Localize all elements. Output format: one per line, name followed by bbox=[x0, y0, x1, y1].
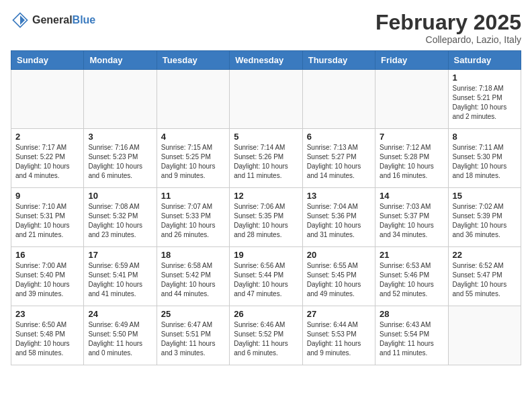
day-info: Sunrise: 7:14 AMSunset: 5:26 PMDaylight:… bbox=[234, 143, 298, 181]
day-number: 3 bbox=[88, 132, 152, 142]
calendar-cell: 11Sunrise: 7:07 AMSunset: 5:33 PMDayligh… bbox=[157, 188, 229, 247]
day-number: 17 bbox=[88, 250, 152, 260]
day-number: 14 bbox=[380, 191, 443, 201]
day-info: Sunrise: 7:07 AMSunset: 5:33 PMDaylight:… bbox=[161, 202, 225, 240]
day-info: Sunrise: 6:44 AMSunset: 5:53 PMDaylight:… bbox=[307, 320, 371, 358]
calendar-cell: 16Sunrise: 7:00 AMSunset: 5:40 PMDayligh… bbox=[11, 247, 84, 306]
title-block: February 2025 Collepardo, Lazio, Italy bbox=[375, 11, 521, 45]
day-info: Sunrise: 7:15 AMSunset: 5:25 PMDaylight:… bbox=[161, 143, 225, 181]
day-info: Sunrise: 6:56 AMSunset: 5:44 PMDaylight:… bbox=[234, 261, 298, 299]
day-info: Sunrise: 7:17 AMSunset: 5:22 PMDaylight:… bbox=[15, 143, 79, 181]
calendar-cell: 22Sunrise: 6:52 AMSunset: 5:47 PMDayligh… bbox=[448, 247, 521, 306]
day-number: 20 bbox=[307, 250, 371, 260]
weekday-header: Saturday bbox=[448, 51, 521, 70]
calendar-cell bbox=[84, 70, 157, 129]
day-number: 26 bbox=[234, 309, 298, 319]
calendar-cell: 17Sunrise: 6:59 AMSunset: 5:41 PMDayligh… bbox=[84, 247, 157, 306]
calendar-cell bbox=[157, 70, 229, 129]
day-number: 27 bbox=[307, 309, 371, 319]
day-info: Sunrise: 6:43 AMSunset: 5:54 PMDaylight:… bbox=[380, 320, 443, 358]
calendar-cell: 2Sunrise: 7:17 AMSunset: 5:22 PMDaylight… bbox=[11, 129, 84, 188]
calendar-cell: 10Sunrise: 7:08 AMSunset: 5:32 PMDayligh… bbox=[84, 188, 157, 247]
day-info: Sunrise: 7:10 AMSunset: 5:31 PMDaylight:… bbox=[15, 202, 79, 240]
page-header: GeneralBlue February 2025 Collepardo, La… bbox=[11, 11, 521, 45]
weekday-header-row: SundayMondayTuesdayWednesdayThursdayFrid… bbox=[11, 51, 521, 70]
logo-text: GeneralBlue bbox=[32, 14, 95, 26]
day-info: Sunrise: 7:16 AMSunset: 5:23 PMDaylight:… bbox=[88, 143, 152, 181]
calendar-cell: 20Sunrise: 6:55 AMSunset: 5:45 PMDayligh… bbox=[302, 247, 375, 306]
day-number: 2 bbox=[15, 132, 79, 142]
calendar-cell: 15Sunrise: 7:02 AMSunset: 5:39 PMDayligh… bbox=[448, 188, 521, 247]
calendar-cell: 8Sunrise: 7:11 AMSunset: 5:30 PMDaylight… bbox=[448, 129, 521, 188]
day-number: 22 bbox=[453, 250, 517, 260]
day-info: Sunrise: 7:00 AMSunset: 5:40 PMDaylight:… bbox=[15, 261, 79, 299]
logo: GeneralBlue bbox=[11, 11, 95, 30]
weekday-header: Wednesday bbox=[230, 51, 302, 70]
calendar-cell: 25Sunrise: 6:47 AMSunset: 5:51 PMDayligh… bbox=[157, 306, 229, 365]
calendar-cell: 3Sunrise: 7:16 AMSunset: 5:23 PMDaylight… bbox=[84, 129, 157, 188]
day-info: Sunrise: 7:08 AMSunset: 5:32 PMDaylight:… bbox=[88, 202, 152, 240]
calendar-cell: 23Sunrise: 6:50 AMSunset: 5:48 PMDayligh… bbox=[11, 306, 84, 365]
day-info: Sunrise: 7:13 AMSunset: 5:27 PMDaylight:… bbox=[307, 143, 371, 181]
day-info: Sunrise: 6:53 AMSunset: 5:46 PMDaylight:… bbox=[380, 261, 443, 299]
day-number: 28 bbox=[380, 309, 443, 319]
logo-blue: Blue bbox=[73, 14, 96, 26]
calendar-cell: 9Sunrise: 7:10 AMSunset: 5:31 PMDaylight… bbox=[11, 188, 84, 247]
day-number: 9 bbox=[15, 191, 79, 201]
day-info: Sunrise: 6:46 AMSunset: 5:52 PMDaylight:… bbox=[234, 320, 298, 358]
calendar-cell: 24Sunrise: 6:49 AMSunset: 5:50 PMDayligh… bbox=[84, 306, 157, 365]
day-number: 24 bbox=[88, 309, 152, 319]
week-row: 23Sunrise: 6:50 AMSunset: 5:48 PMDayligh… bbox=[11, 306, 521, 365]
calendar-cell: 28Sunrise: 6:43 AMSunset: 5:54 PMDayligh… bbox=[375, 306, 448, 365]
weekday-header: Tuesday bbox=[157, 51, 229, 70]
calendar-cell: 4Sunrise: 7:15 AMSunset: 5:25 PMDaylight… bbox=[157, 129, 229, 188]
day-number: 21 bbox=[380, 250, 443, 260]
calendar-cell: 6Sunrise: 7:13 AMSunset: 5:27 PMDaylight… bbox=[302, 129, 375, 188]
calendar-cell bbox=[448, 306, 521, 365]
day-number: 4 bbox=[161, 132, 225, 142]
logo-general: General bbox=[32, 14, 73, 26]
calendar-cell: 12Sunrise: 7:06 AMSunset: 5:35 PMDayligh… bbox=[230, 188, 302, 247]
day-number: 5 bbox=[234, 132, 298, 142]
day-info: Sunrise: 6:47 AMSunset: 5:51 PMDaylight:… bbox=[161, 320, 225, 358]
location-subtitle: Collepardo, Lazio, Italy bbox=[375, 34, 521, 45]
calendar-table: SundayMondayTuesdayWednesdayThursdayFrid… bbox=[11, 50, 521, 365]
day-number: 8 bbox=[453, 132, 517, 142]
week-row: 9Sunrise: 7:10 AMSunset: 5:31 PMDaylight… bbox=[11, 188, 521, 247]
day-number: 25 bbox=[161, 309, 225, 319]
calendar-cell: 5Sunrise: 7:14 AMSunset: 5:26 PMDaylight… bbox=[230, 129, 302, 188]
calendar-cell: 14Sunrise: 7:03 AMSunset: 5:37 PMDayligh… bbox=[375, 188, 448, 247]
calendar-cell: 21Sunrise: 6:53 AMSunset: 5:46 PMDayligh… bbox=[375, 247, 448, 306]
day-number: 7 bbox=[380, 132, 443, 142]
day-number: 6 bbox=[307, 132, 371, 142]
day-number: 15 bbox=[453, 191, 517, 201]
calendar-cell: 19Sunrise: 6:56 AMSunset: 5:44 PMDayligh… bbox=[230, 247, 302, 306]
day-info: Sunrise: 6:50 AMSunset: 5:48 PMDaylight:… bbox=[15, 320, 79, 358]
calendar-cell: 7Sunrise: 7:12 AMSunset: 5:28 PMDaylight… bbox=[375, 129, 448, 188]
weekday-header: Sunday bbox=[11, 51, 84, 70]
day-info: Sunrise: 6:49 AMSunset: 5:50 PMDaylight:… bbox=[88, 320, 152, 358]
day-info: Sunrise: 7:18 AMSunset: 5:21 PMDaylight:… bbox=[453, 84, 517, 122]
day-number: 10 bbox=[88, 191, 152, 201]
day-info: Sunrise: 6:55 AMSunset: 5:45 PMDaylight:… bbox=[307, 261, 371, 299]
day-number: 23 bbox=[15, 309, 79, 319]
calendar-cell bbox=[230, 70, 302, 129]
calendar-cell bbox=[11, 70, 84, 129]
day-info: Sunrise: 7:03 AMSunset: 5:37 PMDaylight:… bbox=[380, 202, 443, 240]
week-row: 1Sunrise: 7:18 AMSunset: 5:21 PMDaylight… bbox=[11, 70, 521, 129]
day-number: 18 bbox=[161, 250, 225, 260]
calendar-cell: 13Sunrise: 7:04 AMSunset: 5:36 PMDayligh… bbox=[302, 188, 375, 247]
weekday-header: Monday bbox=[84, 51, 157, 70]
calendar-cell: 26Sunrise: 6:46 AMSunset: 5:52 PMDayligh… bbox=[230, 306, 302, 365]
day-number: 16 bbox=[15, 250, 79, 260]
calendar-cell: 1Sunrise: 7:18 AMSunset: 5:21 PMDaylight… bbox=[448, 70, 521, 129]
month-title: February 2025 bbox=[375, 11, 521, 34]
day-number: 12 bbox=[234, 191, 298, 201]
calendar-cell: 27Sunrise: 6:44 AMSunset: 5:53 PMDayligh… bbox=[302, 306, 375, 365]
day-info: Sunrise: 7:06 AMSunset: 5:35 PMDaylight:… bbox=[234, 202, 298, 240]
day-info: Sunrise: 7:11 AMSunset: 5:30 PMDaylight:… bbox=[453, 143, 517, 181]
calendar-cell bbox=[375, 70, 448, 129]
day-number: 19 bbox=[234, 250, 298, 260]
day-info: Sunrise: 7:12 AMSunset: 5:28 PMDaylight:… bbox=[380, 143, 443, 181]
day-number: 11 bbox=[161, 191, 225, 201]
